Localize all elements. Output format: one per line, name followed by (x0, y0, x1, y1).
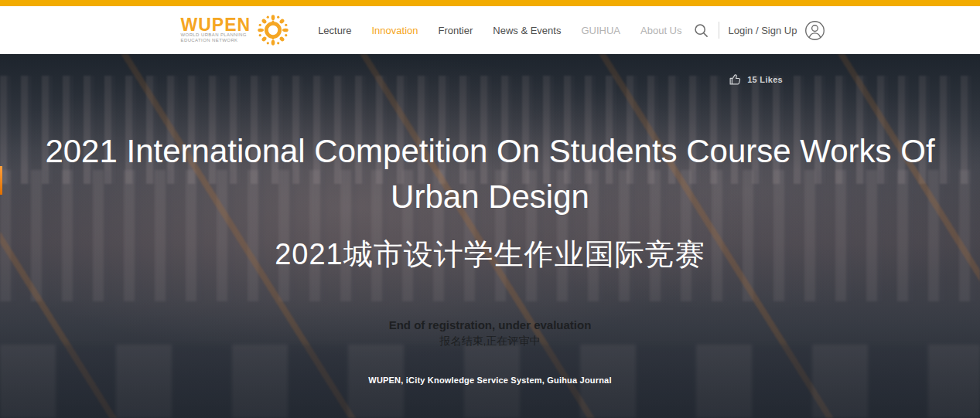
registration-status: End of registration, under evaluation 报名… (0, 318, 980, 348)
user-avatar-icon (804, 20, 825, 41)
header-right-controls: Login / Sign Up (692, 20, 826, 41)
status-text-en: End of registration, under evaluation (0, 318, 980, 333)
title-en-line-1: 2021 International Competition On Studen… (0, 128, 980, 174)
hero-banner: 15 Likes 2021 International Competition … (0, 54, 980, 418)
nav-item-about-us[interactable]: About Us (640, 25, 681, 36)
status-text-zh: 报名结束,正在评审中 (0, 333, 980, 348)
nav-item-innovation[interactable]: Innovation (372, 25, 418, 36)
top-accent-bar (0, 0, 980, 6)
wupen-logo[interactable]: WUPEN WORLD URBAN PLANNING EDUCATION NET… (181, 12, 292, 48)
nav-item-news-events[interactable]: News & Events (493, 25, 561, 36)
likes-button[interactable]: 15 Likes (729, 73, 783, 86)
wupen-logo-name: WUPEN (181, 17, 251, 32)
user-avatar-button[interactable] (804, 20, 825, 41)
likes-count-label: 15 Likes (747, 75, 783, 84)
competition-title-en: 2021 International Competition On Studen… (0, 128, 980, 219)
search-button[interactable] (692, 21, 711, 39)
main-nav: Lecture Innovation Frontier News & Event… (308, 25, 691, 36)
title-en-line-2: Urban Design (0, 174, 980, 219)
nav-item-frontier[interactable]: Frontier (439, 25, 473, 36)
nav-item-lecture[interactable]: Lecture (318, 25, 351, 36)
wupen-logo-subtitle-1: WORLD URBAN PLANNING (181, 32, 251, 38)
competition-title-zh: 2021城市设计学生作业国际竞赛 (0, 235, 980, 274)
header-divider (719, 22, 719, 39)
site-header: WUPEN WORLD URBAN PLANNING EDUCATION NET… (0, 6, 980, 54)
organizers-note: WUPEN, iCity Knowledge Service System, G… (0, 376, 980, 385)
sunflower-logo-icon (255, 12, 291, 48)
wupen-logo-subtitle-2: EDUCATION NETWORK (181, 38, 251, 43)
thumbs-up-icon (729, 73, 742, 86)
search-icon (694, 23, 709, 38)
header-container: WUPEN WORLD URBAN PLANNING EDUCATION NET… (181, 12, 800, 48)
login-signup-link[interactable]: Login / Sign Up (729, 25, 797, 36)
wupen-logo-text: WUPEN WORLD URBAN PLANNING EDUCATION NET… (181, 17, 251, 43)
nav-item-guihua[interactable]: GUIHUA (581, 25, 620, 36)
